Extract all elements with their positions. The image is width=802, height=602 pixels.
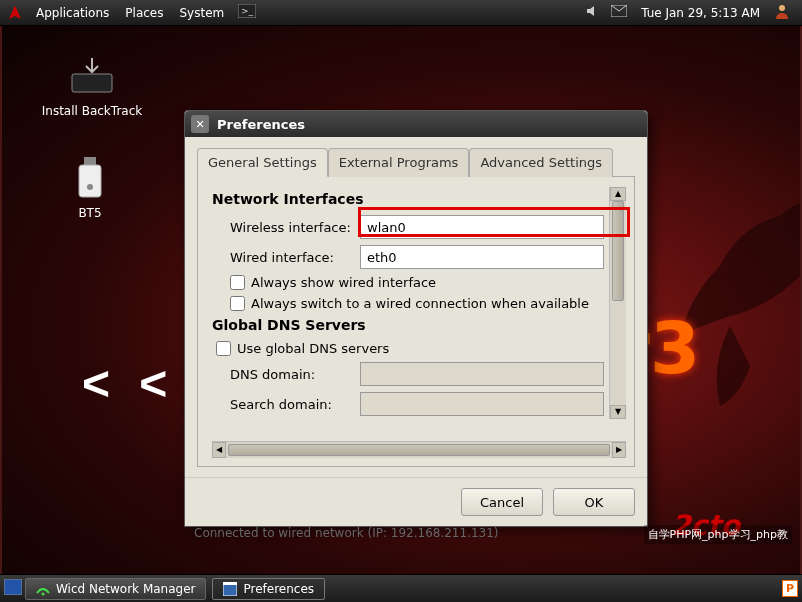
watermark-text: 自学PHP网_php学习_php教 bbox=[644, 525, 792, 544]
row-search-domain: Search domain: bbox=[230, 392, 604, 416]
vertical-scrollbar[interactable]: ▲ ▼ bbox=[609, 187, 626, 419]
menu-applications[interactable]: Applications bbox=[28, 6, 117, 20]
dialog-actions: Cancel OK bbox=[185, 477, 647, 526]
section-global-dns: Global DNS Servers bbox=[212, 317, 604, 333]
terminal-launcher-icon[interactable]: >_ bbox=[232, 4, 262, 21]
tab-external-programs[interactable]: External Programs bbox=[328, 148, 470, 177]
desktop-icon-label: BT5 bbox=[60, 206, 120, 220]
scroll-down-button[interactable]: ▼ bbox=[610, 405, 626, 419]
search-domain-label: Search domain: bbox=[230, 397, 360, 412]
svg-text:>_: >_ bbox=[241, 6, 254, 16]
section-network-interfaces: Network Interfaces bbox=[212, 191, 604, 207]
tab-advanced-settings[interactable]: Advanced Settings bbox=[469, 148, 613, 177]
menu-places[interactable]: Places bbox=[117, 6, 171, 20]
scrollbar-thumb[interactable] bbox=[612, 201, 624, 301]
bt5-usb-icon[interactable]: BT5 bbox=[60, 154, 120, 220]
usb-drive-icon bbox=[66, 154, 114, 202]
use-global-dns-label: Use global DNS servers bbox=[237, 341, 389, 356]
row-wireless-interface: Wireless interface: bbox=[230, 215, 604, 239]
scroll-up-button[interactable]: ▲ bbox=[610, 187, 626, 201]
task-label: Wicd Network Manager bbox=[56, 582, 195, 596]
svg-point-9 bbox=[42, 592, 45, 595]
always-show-wired-label: Always show wired interface bbox=[251, 275, 436, 290]
svg-rect-8 bbox=[4, 579, 22, 595]
dialog-title: Preferences bbox=[217, 117, 305, 132]
install-backtrack-icon[interactable]: Install BackTrack bbox=[32, 52, 152, 118]
dns-domain-input bbox=[360, 362, 604, 386]
horizontal-scrollbar[interactable]: ◀ ▶ bbox=[212, 441, 626, 458]
desktop: r3 < < Install BackTrack BT5 ✕ Preferenc… bbox=[2, 26, 800, 574]
svg-rect-4 bbox=[72, 74, 112, 92]
always-show-wired-checkbox[interactable] bbox=[230, 275, 245, 290]
row-wired-interface: Wired interface: bbox=[230, 245, 604, 269]
scroll-right-button[interactable]: ▶ bbox=[612, 442, 626, 458]
svg-rect-11 bbox=[223, 582, 237, 585]
user-icon[interactable] bbox=[768, 3, 796, 22]
wireless-interface-input[interactable] bbox=[360, 215, 604, 239]
tab-general-settings[interactable]: General Settings bbox=[197, 148, 328, 177]
hdd-install-icon bbox=[68, 52, 116, 100]
mail-icon[interactable] bbox=[605, 5, 633, 20]
bottom-panel: Wicd Network Manager Preferences P bbox=[0, 574, 802, 602]
distro-logo-icon bbox=[6, 4, 24, 22]
dialog-titlebar[interactable]: ✕ Preferences bbox=[185, 111, 647, 137]
wired-interface-input[interactable] bbox=[360, 245, 604, 269]
bottom-tray: P bbox=[782, 580, 798, 597]
php-badge-icon[interactable]: P bbox=[782, 580, 798, 597]
desktop-icon-label: Install BackTrack bbox=[32, 104, 152, 118]
wicd-status-text: Connected to wired network (IP: 192.168.… bbox=[184, 522, 648, 544]
window-icon bbox=[223, 582, 237, 596]
arrows-decor: < < bbox=[82, 356, 175, 411]
row-always-show-wired: Always show wired interface bbox=[230, 275, 604, 290]
svg-point-3 bbox=[779, 5, 785, 11]
always-switch-wired-checkbox[interactable] bbox=[230, 296, 245, 311]
top-panel: Applications Places System >_ Tue Jan 29… bbox=[0, 0, 802, 26]
show-desktop-icon[interactable] bbox=[4, 579, 22, 598]
svg-rect-6 bbox=[79, 165, 101, 197]
row-use-global-dns: Use global DNS servers bbox=[216, 341, 604, 356]
dns-domain-label: DNS domain: bbox=[230, 367, 360, 382]
wired-interface-label: Wired interface: bbox=[230, 250, 360, 265]
use-global-dns-checkbox[interactable] bbox=[216, 341, 231, 356]
task-label: Preferences bbox=[243, 582, 314, 596]
row-dns-domain: DNS domain: bbox=[230, 362, 604, 386]
svg-rect-5 bbox=[84, 157, 96, 165]
scrollbar-thumb-h[interactable] bbox=[228, 444, 610, 456]
clock[interactable]: Tue Jan 29, 5:13 AM bbox=[633, 6, 768, 20]
tabs: General Settings External Programs Advan… bbox=[197, 147, 635, 177]
scroll-left-button[interactable]: ◀ bbox=[212, 442, 226, 458]
task-wicd[interactable]: Wicd Network Manager bbox=[25, 578, 206, 600]
ok-button[interactable]: OK bbox=[553, 488, 635, 516]
row-always-switch-wired: Always switch to a wired connection when… bbox=[230, 296, 604, 311]
preferences-dialog: ✕ Preferences General Settings External … bbox=[184, 110, 648, 527]
volume-icon[interactable] bbox=[579, 4, 605, 21]
network-icon bbox=[36, 582, 50, 596]
search-domain-input bbox=[360, 392, 604, 416]
always-switch-wired-label: Always switch to a wired connection when… bbox=[251, 296, 589, 311]
task-preferences[interactable]: Preferences bbox=[212, 578, 325, 600]
close-button[interactable]: ✕ bbox=[191, 115, 209, 133]
menu-system[interactable]: System bbox=[171, 6, 232, 20]
svg-point-7 bbox=[87, 184, 93, 190]
cancel-button[interactable]: Cancel bbox=[461, 488, 543, 516]
tab-content: Network Interfaces Wireless interface: W… bbox=[197, 177, 635, 467]
wireless-interface-label: Wireless interface: bbox=[230, 220, 360, 235]
